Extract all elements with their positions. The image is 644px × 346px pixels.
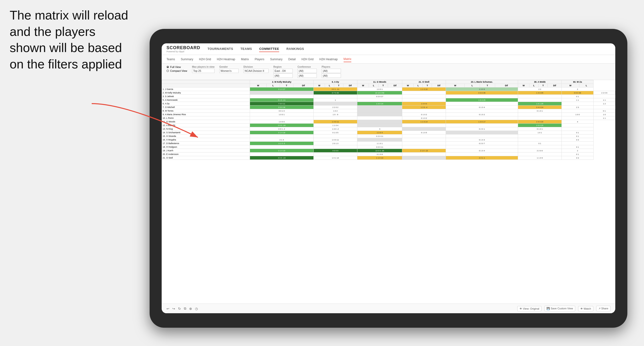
refresh-icon[interactable]: ↻	[178, 307, 181, 311]
redo-icon[interactable]: ↪	[172, 307, 175, 311]
sub-nav-detail[interactable]: Detail	[288, 57, 296, 62]
matrix-cell: 0 1 0 3	[446, 138, 518, 142]
player-name-cell: 15. H Stranda	[162, 135, 250, 138]
matrix-cell: 1 0 1 25	[518, 102, 562, 106]
sub-nav-matrix2[interactable]: Matrix	[344, 56, 352, 62]
sub-dif-4: Dif	[432, 84, 446, 87]
matrix-cell: 0 1	[562, 145, 593, 149]
matrix-cell	[562, 127, 593, 131]
matrix-cell	[402, 124, 446, 127]
table-row: 21. O Stoll4 0 0 -191 0 1 141 1 0 102 2 …	[162, 156, 615, 160]
matrix-cell	[518, 116, 562, 120]
table-row: 13. N Klug0 0 1 -21 0 0 -230 2 0 10 1 0 …	[162, 127, 615, 131]
matrix-cell: 1 2 0 4	[357, 131, 402, 135]
sub-l-6: L	[530, 84, 538, 87]
sub-nav-teams[interactable]: Teams	[166, 57, 175, 62]
matrix-cell: 0 1 0 4	[446, 149, 518, 153]
logo-sub: Powered by clippd	[166, 50, 200, 53]
gender-select[interactable]: Women's	[219, 69, 239, 73]
sub-dif-3: Dif	[388, 84, 402, 87]
sub-t-1: T	[280, 84, 294, 87]
annotation-text: The matrix will reload and the players s…	[10, 7, 135, 72]
matrix-cell: 1 0 0	[562, 113, 593, 116]
division-select[interactable]: NCAA Division II	[244, 69, 268, 73]
copy-icon[interactable]: ⧉	[184, 307, 186, 311]
zoom-icon[interactable]: ⊕	[189, 307, 192, 311]
matrix-cell: 0 2 0 17	[357, 95, 402, 98]
matrix-cell: 0 1 0 2	[446, 113, 518, 116]
save-custom-button[interactable]: 💾 Save Custom View	[544, 306, 575, 311]
player-name-cell: 3. S Jelinek	[162, 95, 250, 98]
compact-view-radio[interactable]	[166, 70, 169, 72]
matrix-cell	[314, 145, 357, 149]
matrix-cell	[402, 156, 446, 160]
share-button[interactable]: ↗ Share	[596, 306, 610, 311]
nav-committee[interactable]: COMMITTEE	[259, 46, 279, 52]
sub-nav-matrix[interactable]: Matrix	[241, 57, 249, 62]
matrix-cell	[446, 135, 518, 138]
undo-icon[interactable]: ↩	[166, 307, 170, 311]
watch-button[interactable]: 👁 Watch	[578, 306, 593, 311]
player-name-cell: 12. A Bianchi	[162, 124, 250, 127]
full-view-option[interactable]: Full View	[166, 66, 187, 68]
matrix-cell: 0 0 0 11	[357, 145, 402, 149]
sub-w-7: W	[562, 84, 579, 87]
matrix-cell	[250, 135, 314, 138]
matrix-cell: 3 0 0 18	[250, 106, 314, 109]
conference-select[interactable]: (All)	[298, 69, 317, 73]
sub-w-6: W	[518, 84, 530, 87]
table-row: 5. A Nomrowski3 1 0 -1111 0 4 251 11 1	[162, 98, 615, 102]
sub-nav-h2h-heatmap[interactable]: H2H Heatmap	[217, 57, 235, 62]
sub-dif-5: Dif	[495, 84, 518, 87]
matrix-cell	[402, 145, 446, 149]
sub-nav-summary[interactable]: Summary	[181, 57, 193, 62]
player-name-cell: 13. N Klug	[162, 127, 250, 131]
sub-t-6: T	[538, 84, 548, 87]
region-filter: Region East - DII (All)	[274, 66, 293, 78]
matrix-cell	[562, 109, 593, 113]
matrix-cell: 0 1	[562, 153, 593, 156]
matrix-cell: 0 4 0 24	[518, 106, 562, 109]
sub-nav-h2h-heatmap2[interactable]: H2H Heatmap	[319, 57, 338, 62]
clock-icon[interactable]: ◷	[195, 307, 198, 311]
matrix-cell: 1	[314, 98, 357, 102]
matrix-area[interactable]: 2. M Kelly Mulcahy 6. A Dy 11. G Woods 2…	[162, 80, 615, 304]
matrix-cell	[314, 102, 357, 106]
matrix-cell	[446, 102, 518, 106]
region-all-select[interactable]: (All)	[274, 73, 293, 78]
sub-nav-h2h-grid2[interactable]: H2H Grid	[301, 57, 314, 62]
matrix-cell	[314, 95, 357, 98]
full-view-radio[interactable]	[166, 66, 169, 68]
sub-nav-players[interactable]: Players	[254, 57, 264, 62]
matrix-cell	[250, 95, 314, 98]
matrix-cell: 2 3	[562, 106, 593, 109]
conference-all-select[interactable]: (All)	[298, 73, 317, 78]
sub-l-7: L	[579, 84, 594, 87]
save-icon: 💾	[546, 307, 550, 310]
compact-view-option[interactable]: Compact View	[166, 69, 187, 72]
players-all-select[interactable]: (All)	[322, 73, 341, 78]
region-label: Region	[274, 66, 293, 68]
nav-items: TOURNAMENTS TEAMS COMMITTEE RANKINGS	[208, 46, 304, 52]
player-name-cell: 9. A Maria Jimenez Rios	[162, 113, 250, 116]
sub-nav-h2h-grid[interactable]: H2H Grid	[199, 57, 211, 62]
nav-teams[interactable]: TEAMS	[240, 46, 252, 52]
max-players-select[interactable]: Top 25	[192, 69, 214, 73]
players-filter: Players (All) (All)	[322, 66, 341, 78]
sub-nav-summary2[interactable]: Summary	[270, 57, 282, 62]
matrix-cell	[402, 127, 446, 131]
nav-tournaments[interactable]: TOURNAMENTS	[208, 46, 233, 52]
matrix-cell	[562, 116, 593, 120]
matrix-cell	[314, 153, 357, 156]
sub-l-2: L	[325, 84, 334, 87]
table-row: 7. O Mitchell3 0 0 182 2 0 21 2 0 -40 1 …	[162, 106, 615, 109]
sub-dif-1: Dif	[293, 84, 314, 87]
matrix-cell	[446, 109, 518, 113]
sub-l-1: L	[266, 84, 280, 87]
table-row: 18. H Hodgson0 0 0 110 1	[162, 145, 615, 149]
region-select[interactable]: East - DII	[274, 69, 293, 73]
players-select[interactable]: (All)	[322, 69, 341, 73]
view-original-button[interactable]: 👁 View: Original	[517, 306, 542, 311]
nav-rankings[interactable]: RANKINGS	[286, 46, 304, 52]
matrix-cell: 1 0 0 0	[250, 120, 314, 124]
